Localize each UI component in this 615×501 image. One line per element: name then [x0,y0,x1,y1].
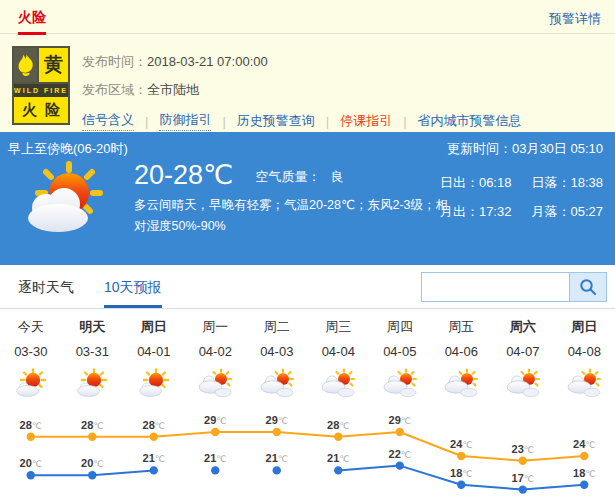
sunny-weather-icon [123,365,185,401]
flame-icon [14,48,39,82]
forecast-column-03-30[interactable]: 今天03-30 [0,309,62,401]
publish-area-row: 发布区域：全市陆地 [82,76,522,104]
alert-info: 发布时间：2018-03-21 07:00:00 发布区域：全市陆地 信号含义|… [82,48,522,131]
forecast-column-04-02[interactable]: 周一04-02 [185,309,247,401]
svg-text:23℃: 23℃ [512,443,534,455]
forecast-column-04-01[interactable]: 周日04-01 [123,309,185,401]
publish-time-row: 发布时间：2018-03-21 07:00:00 [82,48,522,76]
svg-text:29℃: 29℃ [266,414,288,426]
forecast-tabbar: 逐时天气10天预报 [0,265,615,309]
sun-moon-times: 日出：06:18日落：18:38月出：17:32月落：05:27 [440,174,603,221]
sun-moon-item-2: 日落：18:38 [531,174,603,192]
cloudy-weather-icon [246,365,308,401]
day-label: 周一 [185,318,247,334]
sun-moon-item-1: 日出：06:18 [440,174,512,192]
current-weather-panel: 早上至傍晚(06-20时) 更新时间：03月30日 05:10 [0,132,615,265]
forecast-table: 今天03-30明天03-31周日04-01周一04-02周二04-03周三04-… [0,309,615,401]
tab-fire-risk[interactable]: 火险 [18,9,46,27]
search-icon [578,277,598,297]
warning-sign-banner-text: WILD FIRE [14,84,68,97]
cloudy-weather-icon [185,365,247,401]
warning-level-character: 黄 [39,48,68,82]
link-separator: | [326,114,329,129]
svg-text:21℃: 21℃ [327,452,349,464]
temperature-range: 20-28℃ [134,160,233,190]
publish-time-value: 2018-03-21 07:00:00 [147,54,268,69]
alert-link-1[interactable]: 信号含义 [82,111,134,131]
day-label: 周日 [554,318,615,334]
forecast-panel: 逐时天气10天预报 今天03-30明天03-31周日04-01周一04-02周二… [0,265,615,501]
link-separator: | [222,114,225,129]
search-button[interactable] [569,272,607,302]
warning-details-link[interactable]: 预警详情 [549,10,601,28]
svg-text:28℃: 28℃ [81,419,103,431]
alert-link-4[interactable]: 停课指引 [340,112,392,130]
svg-text:24℃: 24℃ [450,438,472,450]
svg-text:21℃: 21℃ [266,452,288,464]
temperature-chart: 28℃28℃28℃29℃29℃28℃29℃24℃23℃24℃20℃20℃21℃2… [0,401,615,501]
forecast-column-04-07[interactable]: 周六04-07 [492,309,554,401]
forecast-column-04-04[interactable]: 周三04-04 [308,309,370,401]
alert-link-3[interactable]: 历史预警查询 [237,112,315,130]
svg-text:22℃: 22℃ [389,448,411,460]
wildfire-warning-sign-icon: 黄 WILD FIRE 火险 [12,46,70,125]
date-label: 04-07 [492,344,554,360]
publish-area-label: 发布区域： [82,82,147,97]
date-label: 04-04 [308,344,370,360]
active-tab-underline [18,32,46,35]
forecast-period: 早上至傍晚(06-20时) [8,140,128,158]
date-label: 04-02 [185,344,247,360]
weather-panel-header: 早上至傍晚(06-20时) 更新时间：03月30日 05:10 [0,132,615,158]
weather-description: 多云间晴天，早晚有轻雾；气温20-28℃；东风2-3级；相对湿度50%-90% [134,195,452,237]
cloudy-weather-icon [492,365,554,401]
publish-area-value: 全市陆地 [147,82,199,97]
date-label: 04-08 [554,344,615,360]
svg-text:29℃: 29℃ [204,414,226,426]
alert-link-2[interactable]: 防御指引 [159,111,211,131]
city-search-input[interactable] [421,272,569,302]
svg-text:17℃: 17℃ [512,472,534,484]
alert-links-row: 信号含义|防御指引|历史预警查询|停课指引|省内城市预警信息 [82,111,522,131]
alert-link-5[interactable]: 省内城市预警信息 [418,112,522,130]
date-label: 03-31 [62,344,124,360]
svg-text:18℃: 18℃ [573,467,595,479]
day-label: 周六 [492,318,554,334]
search-box [421,272,607,302]
update-time: 更新时间：03月30日 05:10 [447,140,603,158]
forecast-column-04-06[interactable]: 周五04-06 [431,309,493,401]
day-label: 周三 [308,318,370,334]
day-label: 周二 [246,318,308,334]
tab-10day-forecast[interactable]: 10天预报 [104,279,162,308]
current-weather-icon [16,160,116,242]
date-label: 04-03 [246,344,308,360]
fire-alert-panel: 火险 预警详情 黄 WILD FIRE 火险 发布时间：2018-03-21 0… [0,0,615,132]
svg-text:28℃: 28℃ [143,419,165,431]
forecast-column-04-05[interactable]: 周四04-05 [369,309,431,401]
forecast-column-03-31[interactable]: 明天03-31 [62,309,124,401]
air-quality: 空气质量：良 [255,168,343,190]
day-label: 明天 [62,318,124,334]
date-label: 04-06 [431,344,493,360]
day-label: 周四 [369,318,431,334]
forecast-column-04-08[interactable]: 周日04-08 [554,309,615,401]
warning-sign-type-text: 火险 [14,97,68,123]
date-label: 04-01 [123,344,185,360]
sunny-weather-icon [0,365,62,401]
svg-text:20℃: 20℃ [81,457,103,469]
svg-text:28℃: 28℃ [327,419,349,431]
cloudy-weather-icon [369,365,431,401]
publish-time-label: 发布时间： [82,54,147,69]
day-label: 周五 [431,318,493,334]
svg-text:24℃: 24℃ [573,438,595,450]
link-separator: | [145,114,148,129]
sun-moon-item-3: 月出：17:32 [440,203,512,221]
cloudy-weather-icon [554,365,615,401]
date-label: 03-30 [0,344,62,360]
tab-hourly-weather[interactable]: 逐时天气 [18,279,74,308]
svg-text:20℃: 20℃ [20,457,42,469]
alert-tabbar: 火险 预警详情 [0,0,615,34]
svg-text:29℃: 29℃ [389,414,411,426]
date-label: 04-05 [369,344,431,360]
forecast-column-04-03[interactable]: 周二04-03 [246,309,308,401]
sunny-weather-icon [62,365,124,401]
